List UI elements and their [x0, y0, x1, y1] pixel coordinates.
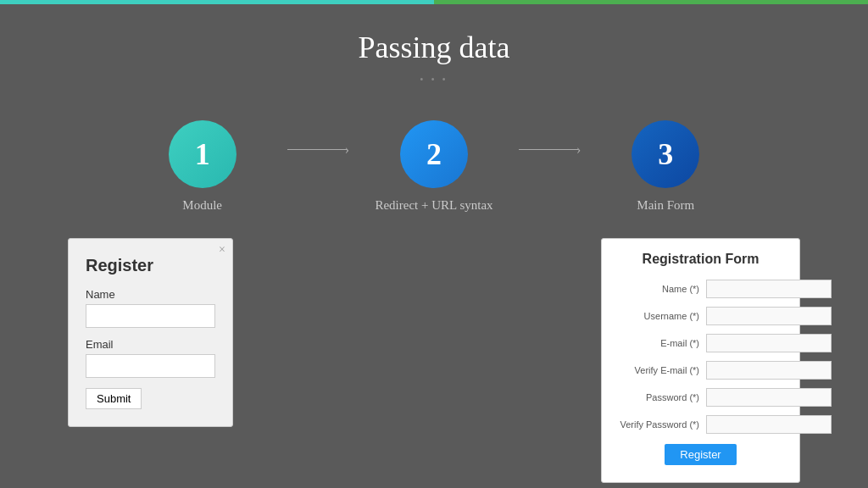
- reg-email-input[interactable]: [706, 334, 832, 352]
- step-2-label: Redirect + URL syntax: [375, 198, 492, 213]
- reg-username-label: Username (*): [619, 311, 699, 321]
- name-label: Name: [86, 288, 215, 301]
- reg-email-row: E-mail (*): [619, 334, 782, 352]
- close-icon[interactable]: ×: [219, 243, 225, 257]
- arrow-2: ›: [519, 142, 581, 158]
- step-2: 2 Redirect + URL syntax: [349, 120, 519, 213]
- step-3: 3 Main Form: [581, 120, 750, 213]
- reg-name-input[interactable]: [706, 280, 832, 298]
- module-form-title: Register: [86, 256, 215, 275]
- content-area: × Register Name Email Submit Registratio…: [0, 238, 868, 483]
- reg-verify-password-label: Verify Password (*): [619, 419, 699, 430]
- reg-password-label: Password (*): [619, 392, 699, 402]
- reg-verify-email-input[interactable]: [706, 361, 832, 380]
- step-3-number: 3: [658, 136, 673, 172]
- register-btn-row: Register: [619, 444, 782, 465]
- dots: • • •: [0, 74, 868, 86]
- step-2-number: 2: [426, 136, 442, 172]
- reg-email-label: E-mail (*): [619, 338, 699, 348]
- reg-password-row: Password (*): [619, 388, 782, 407]
- reg-verify-password-row: Verify Password (*): [619, 415, 782, 434]
- step-3-label: Main Form: [637, 198, 694, 213]
- reg-verify-email-label: Verify E-mail (*): [619, 365, 699, 375]
- reg-username-input[interactable]: [706, 307, 832, 325]
- reg-name-row: Name (*): [619, 280, 782, 298]
- steps-container: 1 Module › 2 Redirect + URL syntax › 3 M…: [0, 103, 868, 238]
- step-1-number: 1: [195, 136, 210, 172]
- reg-password-input[interactable]: [706, 388, 832, 407]
- arrow-1: ›: [287, 142, 349, 158]
- reg-verify-password-input[interactable]: [706, 415, 832, 434]
- registration-form-title: Registration Form: [619, 252, 782, 267]
- module-form: × Register Name Email Submit: [68, 238, 233, 427]
- step-2-circle[interactable]: 2: [400, 120, 468, 188]
- register-button[interactable]: Register: [665, 444, 736, 465]
- email-label: Email: [86, 338, 215, 351]
- reg-username-row: Username (*): [619, 307, 782, 325]
- step-1-circle[interactable]: 1: [169, 120, 236, 188]
- step-1-label: Module: [182, 198, 222, 213]
- email-input[interactable]: [86, 354, 215, 378]
- registration-form: Registration Form Name (*) Username (*) …: [601, 238, 800, 483]
- reg-verify-email-row: Verify E-mail (*): [619, 361, 782, 380]
- page-title: Passing data: [0, 4, 868, 74]
- reg-name-label: Name (*): [619, 284, 699, 294]
- name-input[interactable]: [86, 304, 215, 328]
- step-3-circle[interactable]: 3: [632, 120, 699, 188]
- submit-button[interactable]: Submit: [86, 388, 142, 409]
- step-1: 1 Module: [118, 120, 287, 213]
